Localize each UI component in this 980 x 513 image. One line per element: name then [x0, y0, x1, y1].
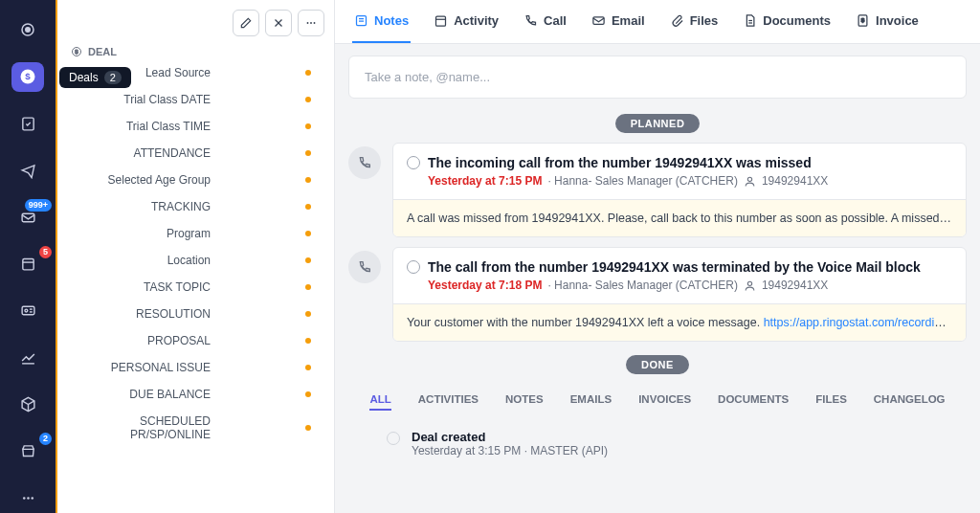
nav-deals-icon[interactable]: $ [11, 62, 44, 92]
field-row[interactable]: PROPOSAL [57, 327, 334, 354]
note-input[interactable]: Take a note, @name... [348, 56, 967, 99]
nav-campaigns-icon[interactable] [11, 156, 44, 186]
tab-invoice[interactable]: $Invoice [854, 0, 921, 43]
svg-rect-5 [22, 213, 34, 222]
tab-documents[interactable]: Documents [741, 0, 833, 43]
required-dot [305, 70, 311, 76]
tab-files[interactable]: Files [668, 0, 721, 43]
field-name: TASK TOPIC [57, 280, 220, 294]
field-row[interactable]: Trial Class TIME [57, 113, 334, 140]
filter-tab-emails[interactable]: EMAILS [570, 393, 612, 411]
filter-tab-documents[interactable]: DOCUMENTS [718, 393, 789, 411]
required-dot [305, 97, 311, 102]
status-circle[interactable] [407, 156, 420, 169]
required-dot [305, 365, 311, 370]
nav-store-icon[interactable]: 2 [11, 436, 44, 466]
required-dot [305, 391, 311, 397]
field-name: Selected Age Group [57, 173, 220, 187]
timeline-contact: 19492941XX [762, 279, 828, 292]
required-dot [305, 257, 311, 263]
svg-point-34 [747, 177, 751, 181]
timeline-contact: 19492941XX [762, 174, 828, 188]
phone-icon [348, 146, 381, 179]
nav-rail: $ 999+ 5 2 De [0, 0, 56, 513]
filter-tab-files[interactable]: FILES [815, 393, 847, 411]
timeline-card[interactable]: The call from the number 19492941XX was … [392, 247, 967, 342]
filter-tab-invoices[interactable]: INVOICES [638, 393, 691, 411]
field-row[interactable]: SCHEDULED PR/SP/ONLINE [57, 408, 334, 448]
field-row[interactable]: TRACKING [57, 193, 334, 220]
timeline-title: The call from the number 19492941XX was … [428, 259, 921, 275]
nav-tasks-icon[interactable] [11, 109, 44, 139]
required-dot [305, 177, 311, 183]
tab-activity[interactable]: Activity [432, 0, 501, 43]
nav-contacts-icon[interactable] [11, 296, 44, 325]
field-name: SCHEDULED PR/SP/ONLINE [57, 414, 220, 441]
status-circle[interactable] [407, 260, 420, 274]
svg-text:$: $ [861, 16, 865, 23]
field-name: TRACKING [57, 200, 220, 213]
mail-badge: 999+ [25, 199, 52, 212]
svg-point-14 [22, 497, 25, 500]
svg-point-19 [307, 22, 309, 24]
deal-section-header: $ DEAL [57, 40, 334, 59]
timeline-card[interactable]: The incoming call from the number 194929… [392, 143, 967, 237]
field-row[interactable]: PERSONAL ISSUE [57, 354, 334, 381]
timeline-note: A call was missed from 19492941XX. Pleas… [393, 199, 966, 236]
deal-created: Deal created Yesterday at 3:15 PM · MAST… [335, 430, 980, 477]
deals-tooltip: Deals 2 [59, 67, 131, 88]
timeline-timestamp: Yesterday at 7:15 PM [428, 174, 542, 188]
timeline-author: · Hanna- Sales Manager (CATCHER) [547, 279, 738, 292]
timeline-author: · Hanna- Sales Manager (CATCHER) [547, 174, 738, 188]
field-name: Program [57, 227, 220, 240]
filter-tab-notes[interactable]: NOTES [505, 393, 544, 411]
nav-analytics-icon[interactable] [11, 343, 44, 372]
filter-tab-changelog[interactable]: CHANGELOG [874, 393, 946, 411]
svg-point-1 [26, 28, 31, 33]
svg-point-15 [27, 497, 30, 500]
field-row[interactable]: RESOLUTION [57, 301, 334, 327]
filter-tabs: ALLACTIVITIESNOTESEMAILSINVOICESDOCUMENT… [335, 384, 980, 430]
tab-email[interactable]: Email [590, 0, 647, 43]
tab-label: Activity [454, 13, 499, 28]
field-name: ATTENDANCE [57, 146, 220, 160]
phone-icon [348, 251, 381, 283]
tab-notes[interactable]: Notes [352, 0, 411, 43]
nav-products-icon[interactable] [11, 390, 44, 419]
more-button[interactable] [298, 10, 324, 36]
required-dot [305, 284, 311, 290]
field-row[interactable]: DUE BALANCE [57, 381, 334, 408]
svg-rect-29 [593, 17, 604, 25]
required-dot [305, 311, 311, 317]
field-row[interactable]: ATTENDANCE [57, 140, 334, 167]
tab-call[interactable]: Call [522, 0, 568, 43]
field-row[interactable]: TASK TOPIC [57, 274, 334, 301]
tab-label: Documents [763, 13, 831, 28]
svg-point-21 [314, 22, 316, 24]
field-row[interactable]: Trial Class DATE [57, 86, 334, 113]
close-button[interactable] [265, 10, 292, 36]
field-row[interactable]: Location [57, 247, 334, 274]
filter-tab-activities[interactable]: ACTIVITIES [418, 393, 479, 411]
tab-label: Invoice [876, 13, 919, 28]
edit-button[interactable] [233, 10, 259, 36]
nav-more-icon[interactable] [11, 483, 44, 513]
timeline-note: Your customer with the number 19492941XX… [393, 303, 966, 341]
timeline: The incoming call from the number 194929… [335, 143, 980, 351]
svg-text:$: $ [75, 49, 78, 55]
note-link[interactable]: https://app.ringostat.com/recordings/us1… [764, 316, 966, 329]
timeline-timestamp: Yesterday at 7:18 PM [428, 279, 542, 292]
required-dot [305, 123, 311, 129]
deal-created-dot [387, 432, 400, 445]
nav-mail-icon[interactable]: 999+ [11, 203, 44, 233]
deal-created-sub: Yesterday at 3:15 PM · MASTER (API) [412, 444, 608, 457]
nav-target-icon[interactable] [11, 15, 44, 45]
field-row[interactable]: Program [57, 220, 334, 247]
field-name: Trial Class DATE [57, 93, 220, 106]
field-row[interactable]: Selected Age Group [57, 167, 334, 193]
required-dot [305, 425, 311, 431]
tab-label: Notes [374, 13, 409, 28]
filter-tab-all[interactable]: ALL [369, 393, 390, 411]
nav-calendar-icon[interactable]: 5 [11, 250, 44, 279]
field-name: RESOLUTION [57, 307, 220, 321]
